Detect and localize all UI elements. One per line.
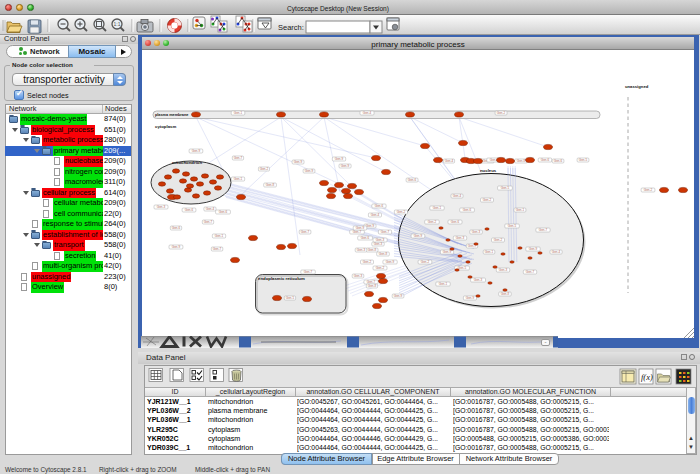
svg-text:Gen-6: Gen-6 [541, 158, 550, 162]
svg-text:Gen-7: Gen-7 [301, 230, 310, 234]
svg-text:Gen-9: Gen-9 [192, 149, 201, 153]
svg-text:Gen-7: Gen-7 [213, 247, 222, 251]
svg-text:Gen-2: Gen-2 [494, 238, 503, 242]
svg-text:Gen-7: Gen-7 [234, 156, 243, 160]
svg-text:Gen-3: Gen-3 [499, 268, 508, 272]
svg-text:Gen-3: Gen-3 [357, 248, 366, 252]
svg-text:Gen-6: Gen-6 [172, 226, 181, 230]
svg-text:Gen-8: Gen-8 [379, 252, 388, 256]
svg-text:Gen-8: Gen-8 [501, 292, 510, 296]
svg-text:Gen-9: Gen-9 [356, 226, 365, 230]
svg-text:Gen-9: Gen-9 [305, 169, 314, 173]
svg-text:Gen-1: Gen-1 [234, 111, 243, 115]
svg-text:Gen-2: Gen-2 [397, 210, 406, 214]
svg-text:Gen-3: Gen-3 [157, 205, 166, 209]
svg-text:Gen-1: Gen-1 [516, 208, 525, 212]
svg-text:Gen-3: Gen-3 [472, 230, 481, 234]
svg-text:Gen-9: Gen-9 [335, 157, 344, 161]
svg-text:Gen-2: Gen-2 [260, 167, 269, 171]
svg-text:Gen-7: Gen-7 [539, 228, 548, 232]
svg-text:unassigned: unassigned [625, 84, 649, 89]
svg-text:Gen-8: Gen-8 [517, 159, 526, 163]
svg-text:Gen-9: Gen-9 [394, 294, 403, 298]
svg-text:Gen-7: Gen-7 [204, 220, 213, 224]
svg-text:Gen-7: Gen-7 [353, 230, 362, 234]
svg-text:cytoplasm: cytoplasm [155, 124, 176, 129]
svg-text:Gen-1: Gen-1 [433, 206, 442, 210]
svg-text:Gen-4: Gen-4 [206, 207, 215, 211]
svg-text:Gen-3: Gen-3 [374, 242, 383, 246]
svg-text:Gen-4: Gen-4 [445, 159, 454, 163]
svg-text:Gen-3: Gen-3 [376, 238, 385, 242]
svg-text:plasma membrane: plasma membrane [155, 113, 188, 117]
svg-text:Gen-6: Gen-6 [451, 220, 460, 224]
svg-text:Gen-3: Gen-3 [456, 236, 465, 240]
svg-text:Gen-2: Gen-2 [497, 111, 506, 115]
svg-text:Gen-6: Gen-6 [219, 210, 228, 214]
svg-text:Gen-3: Gen-3 [354, 274, 363, 278]
svg-text:Gen-4: Gen-4 [453, 194, 462, 198]
svg-text:Gen-7: Gen-7 [304, 270, 313, 274]
svg-text:nucleus: nucleus [480, 168, 497, 173]
svg-text:Gen-6: Gen-6 [408, 178, 417, 182]
svg-text:Gen-7: Gen-7 [526, 270, 535, 274]
svg-text:Gen-9: Gen-9 [529, 247, 538, 251]
svg-text:Gen-6: Gen-6 [375, 204, 384, 208]
svg-text:Gen-8: Gen-8 [266, 183, 275, 187]
svg-text:Gen-9: Gen-9 [443, 250, 452, 254]
svg-text:Gen-5: Gen-5 [501, 186, 510, 190]
svg-text:Gen-4: Gen-4 [371, 213, 380, 217]
svg-text:Gen-1: Gen-1 [439, 282, 448, 286]
svg-text:Gen-2: Gen-2 [421, 260, 430, 264]
svg-text:Gen-2: Gen-2 [428, 220, 437, 224]
svg-text:Gen-2: Gen-2 [363, 260, 372, 264]
svg-text:Gen-5: Gen-5 [508, 224, 517, 228]
svg-text:Gen-9: Gen-9 [386, 260, 395, 264]
svg-text:Gen-6: Gen-6 [361, 236, 370, 240]
svg-text:Gen-1: Gen-1 [215, 234, 224, 238]
svg-text:Gen-2: Gen-2 [376, 266, 385, 270]
svg-text:Gen-5: Gen-5 [579, 158, 588, 162]
svg-text:Gen-8: Gen-8 [368, 284, 377, 288]
svg-text:Gen-6: Gen-6 [185, 208, 194, 212]
svg-text:Gen-8: Gen-8 [368, 248, 377, 252]
svg-text:Gen-7: Gen-7 [381, 230, 390, 234]
svg-text:Gen-9: Gen-9 [466, 296, 475, 300]
svg-text:Gen-1: Gen-1 [485, 250, 494, 254]
svg-text:Gen-3: Gen-3 [474, 278, 483, 282]
svg-text:Gen-2: Gen-2 [483, 198, 492, 202]
svg-text:Gen-6: Gen-6 [554, 159, 563, 163]
svg-text:Gen-9: Gen-9 [172, 245, 181, 249]
svg-text:Gen-9: Gen-9 [341, 164, 350, 168]
svg-text:Search:: Search: [278, 23, 304, 32]
svg-text:Gen-5: Gen-5 [286, 296, 295, 300]
svg-text:Gen-4: Gen-4 [363, 111, 372, 115]
svg-text:Gen-2: Gen-2 [644, 188, 653, 192]
svg-text:Gen-6: Gen-6 [463, 208, 472, 212]
svg-text:Gen-1: Gen-1 [234, 177, 243, 181]
svg-text:Gen-9: Gen-9 [366, 224, 375, 228]
svg-text:Gen-9: Gen-9 [414, 234, 423, 238]
svg-text:endoplasmic reticulum: endoplasmic reticulum [258, 276, 305, 281]
svg-text:Gen-4: Gen-4 [552, 250, 561, 254]
svg-text:Gen-9: Gen-9 [294, 160, 303, 164]
svg-text:mitochondrion: mitochondrion [172, 160, 202, 165]
svg-text:1:1: 1:1 [114, 21, 121, 27]
